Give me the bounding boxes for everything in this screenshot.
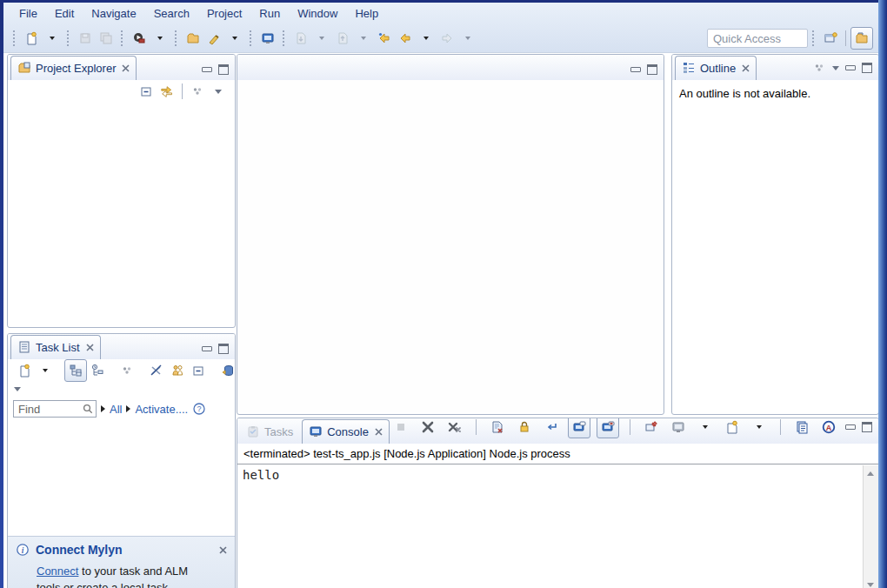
close-icon[interactable] <box>219 546 227 554</box>
scheduled-view-button[interactable] <box>87 360 108 381</box>
minimize-icon[interactable] <box>630 67 641 72</box>
filter-all-link[interactable]: All <box>110 403 122 416</box>
maximize-icon[interactable] <box>862 422 872 432</box>
scroll-up-icon[interactable] <box>865 468 876 478</box>
previous-annotation-dropdown[interactable] <box>353 28 374 49</box>
display-selected-console-button[interactable] <box>668 418 689 438</box>
connect-link[interactable]: Connect <box>37 565 78 578</box>
back-dropdown[interactable] <box>416 28 437 49</box>
task-list-tab[interactable]: Task List <box>10 335 101 359</box>
toolbar-drag-handle[interactable] <box>250 30 253 46</box>
synchronize-button[interactable] <box>217 360 236 381</box>
last-edit-location-button[interactable] <box>374 28 395 49</box>
expand-activate-arrow-icon[interactable] <box>126 405 130 412</box>
maximize-icon[interactable] <box>647 64 657 75</box>
focus-on-workweek-button[interactable] <box>167 360 188 381</box>
open-console-dropdown[interactable] <box>749 418 770 438</box>
toolbar-drag-handle[interactable] <box>67 30 70 46</box>
minimize-icon[interactable] <box>845 424 856 430</box>
maximize-icon[interactable] <box>218 64 229 75</box>
close-icon[interactable] <box>86 344 94 351</box>
minimize-icon[interactable] <box>845 65 856 70</box>
help-icon[interactable]: ? <box>192 402 206 416</box>
show-on-stderr-button[interactable] <box>597 418 619 438</box>
scroll-down-icon[interactable] <box>865 579 876 588</box>
collapse-all-button[interactable] <box>136 81 157 102</box>
open-perspective-button[interactable] <box>820 28 841 49</box>
quick-access-input[interactable] <box>707 29 808 48</box>
hide-completed-button[interactable] <box>146 360 167 381</box>
close-icon[interactable] <box>375 428 383 436</box>
forward-dropdown[interactable] <box>457 28 478 49</box>
ansi-console-button[interactable]: A <box>818 418 839 438</box>
save-all-button[interactable] <box>96 28 117 49</box>
word-wrap-button[interactable] <box>541 418 562 438</box>
open-console-page-button[interactable] <box>791 418 812 438</box>
project-explorer-tab[interactable]: Project Explorer <box>10 56 137 80</box>
toolbar-drag-handle[interactable] <box>283 30 286 46</box>
view-menu-dropdown[interactable] <box>208 81 229 102</box>
open-task-button[interactable] <box>183 28 203 49</box>
new-task-dropdown[interactable] <box>35 360 56 381</box>
menu-search[interactable]: Search <box>145 4 198 23</box>
highlight-button[interactable] <box>203 28 224 49</box>
close-icon[interactable] <box>742 64 750 72</box>
menu-help[interactable]: Help <box>346 4 387 23</box>
show-on-stdout-button[interactable] <box>568 418 590 438</box>
console-tab[interactable]: Console <box>302 419 390 444</box>
remove-launch-button[interactable] <box>417 418 438 438</box>
menu-file[interactable]: File <box>10 4 46 23</box>
outline-tab[interactable]: Outline <box>675 56 757 80</box>
save-button[interactable] <box>75 28 96 49</box>
toolbar-drag-handle[interactable] <box>121 30 124 46</box>
project-explorer-content[interactable] <box>8 103 235 303</box>
collapse-all-button[interactable] <box>188 360 209 381</box>
next-annotation-button[interactable] <box>290 28 311 49</box>
open-console-button[interactable] <box>722 418 743 438</box>
pin-console-button[interactable] <box>641 418 662 438</box>
chevron-down-icon[interactable] <box>14 387 21 391</box>
view-menu-button[interactable] <box>117 360 137 381</box>
expand-all-arrow-icon[interactable] <box>101 405 105 412</box>
minimize-icon[interactable] <box>202 67 212 72</box>
chevron-down-icon[interactable] <box>832 66 839 70</box>
close-icon[interactable] <box>122 64 130 72</box>
editor-content[interactable] <box>237 80 664 412</box>
new-wizard-dropdown[interactable] <box>42 28 63 49</box>
console-output[interactable]: hello <box>237 465 878 588</box>
display-selected-console-dropdown[interactable] <box>695 418 716 438</box>
run-external-tools-dropdown[interactable] <box>150 28 170 49</box>
new-wizard-button[interactable] <box>21 28 42 49</box>
new-task-button[interactable] <box>14 360 35 381</box>
task-list-content[interactable] <box>8 422 235 518</box>
forward-button[interactable] <box>437 28 457 49</box>
maximize-icon[interactable] <box>218 344 229 354</box>
minimize-icon[interactable] <box>202 346 212 351</box>
back-button[interactable] <box>395 28 416 49</box>
next-annotation-dropdown[interactable] <box>311 28 332 49</box>
maximize-icon[interactable] <box>862 63 872 73</box>
run-external-tools-button[interactable] <box>129 28 150 49</box>
menu-edit[interactable]: Edit <box>46 4 83 23</box>
remove-all-launches-button[interactable] <box>444 418 465 438</box>
toolbar-drag-handle[interactable] <box>13 30 17 46</box>
resource-perspective-button[interactable] <box>850 27 873 50</box>
open-console-button[interactable] <box>257 28 278 49</box>
previous-annotation-button[interactable] <box>332 28 353 49</box>
highlight-dropdown[interactable] <box>224 28 245 49</box>
menu-project[interactable]: Project <box>198 4 250 23</box>
tasks-tab[interactable]: Tasks <box>240 420 299 444</box>
clear-console-button[interactable] <box>487 418 508 438</box>
link-with-editor-button[interactable] <box>157 81 177 102</box>
toolbar-drag-handle[interactable] <box>812 30 816 46</box>
view-menu-icon[interactable] <box>812 61 826 75</box>
menu-navigate[interactable]: Navigate <box>83 4 144 23</box>
terminate-button[interactable] <box>390 418 411 438</box>
categorized-view-button[interactable] <box>64 359 87 382</box>
console-scrollbar[interactable] <box>863 465 878 588</box>
view-menu-button[interactable] <box>187 81 208 102</box>
toolbar-drag-handle[interactable] <box>175 30 178 46</box>
menu-window[interactable]: Window <box>289 4 346 23</box>
menu-run[interactable]: Run <box>250 4 289 23</box>
activate-link[interactable]: Activate.... <box>135 403 188 416</box>
